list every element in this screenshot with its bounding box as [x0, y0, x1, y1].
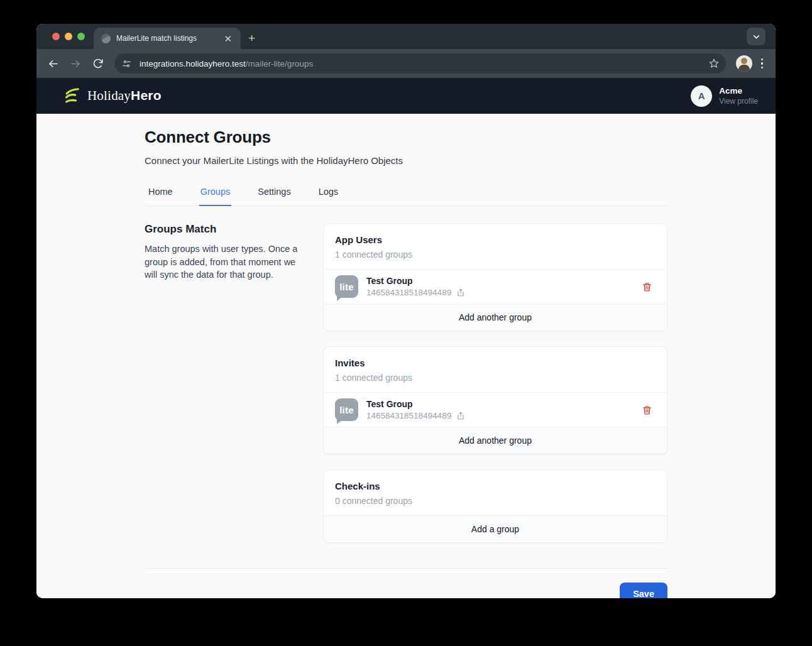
forward-button[interactable]	[65, 53, 85, 74]
page-tabs: Home Groups Settings Logs	[145, 182, 667, 206]
site-settings-button[interactable]	[118, 55, 134, 72]
tab-logs[interactable]: Logs	[317, 182, 339, 205]
section-description: Match groups with user types. Once a gro…	[145, 243, 304, 282]
tab-close-icon[interactable]: ✕	[221, 33, 234, 45]
share-icon[interactable]	[456, 288, 465, 297]
back-button[interactable]	[43, 53, 63, 74]
reload-button[interactable]	[88, 53, 108, 74]
trash-icon	[642, 405, 652, 415]
back-icon	[47, 58, 59, 70]
window-close-button[interactable]	[52, 33, 60, 40]
browser-toolbar: integrations.holidayhero.test/mailer-lit…	[36, 49, 776, 78]
add-group-button[interactable]: Add a group	[324, 515, 667, 542]
card-count: 1 connected groups	[335, 373, 656, 383]
tune-icon	[122, 59, 131, 68]
card-check-ins: Check-ins 0 connected groups Add a group	[323, 469, 667, 543]
browser-menu-button[interactable]	[757, 58, 767, 69]
card-count: 1 connected groups	[335, 249, 656, 260]
card-title: Invites	[335, 358, 656, 368]
url-text: integrations.holidayhero.test/mailer-lit…	[140, 59, 703, 68]
mailerlite-badge-icon: lite	[335, 275, 358, 298]
delete-group-button[interactable]	[638, 401, 656, 419]
card-header: Invites 1 connected groups	[324, 347, 667, 392]
browser-window: MailerLite match listings ✕ +	[36, 24, 776, 598]
trash-icon	[642, 282, 652, 292]
add-group-button[interactable]: Add another group	[324, 427, 667, 454]
view-profile-link[interactable]: View profile	[719, 97, 758, 106]
url-domain: integrations.holidayhero.test	[140, 59, 246, 68]
address-bar[interactable]: integrations.holidayhero.test/mailer-lit…	[114, 53, 726, 74]
app-header: HolidayHero A Acme View profile	[36, 78, 776, 114]
mailerlite-badge-icon: lite	[335, 398, 358, 421]
delete-group-button[interactable]	[638, 278, 656, 295]
holidayhero-logo-icon	[63, 86, 82, 106]
card-count: 0 connected groups	[335, 496, 656, 506]
card-header: App Users 1 connected groups	[324, 224, 667, 269]
card-title: Check-ins	[335, 481, 656, 491]
chevron-down-icon	[752, 33, 760, 41]
page-title: Connect Groups	[145, 128, 667, 147]
tab-favicon-icon	[101, 34, 111, 43]
window-controls	[36, 24, 94, 49]
group-id: 146584318518494489	[366, 411, 451, 420]
bookmark-star-icon[interactable]	[708, 58, 720, 69]
tab-home[interactable]: Home	[147, 182, 174, 205]
forward-icon	[70, 58, 82, 70]
group-id: 146584318518494489	[366, 288, 451, 297]
card-app-users: App Users 1 connected groups lite Test G…	[323, 223, 667, 331]
avatar: A	[691, 85, 712, 107]
brand-logo[interactable]: HolidayHero	[63, 86, 162, 106]
groups-match-panel: App Users 1 connected groups lite Test G…	[323, 223, 667, 558]
main-content: Connect Groups Connect your MailerLite L…	[36, 114, 776, 598]
card-invites: Invites 1 connected groups lite Test Gro…	[323, 346, 667, 454]
browser-tab[interactable]: MailerLite match listings ✕	[94, 28, 241, 49]
share-icon[interactable]	[456, 411, 465, 420]
desktop-background: MailerLite match listings ✕ +	[0, 0, 812, 646]
card-title: App Users	[335, 234, 656, 245]
tab-search-button[interactable]	[747, 28, 765, 45]
tab-groups[interactable]: Groups	[199, 182, 232, 206]
page-subtitle: Connect your MailerLite Listings with th…	[145, 155, 667, 166]
section-intro: Groups Match Match groups with user type…	[145, 223, 304, 558]
brand-name: HolidayHero	[87, 88, 162, 104]
group-name: Test Group	[366, 399, 465, 409]
group-name: Test Group	[366, 276, 465, 286]
profile-widget[interactable]: A Acme View profile	[691, 85, 758, 107]
reload-icon	[92, 58, 104, 69]
card-header: Check-ins 0 connected groups	[324, 470, 667, 515]
profile-name: Acme	[719, 86, 758, 96]
browser-profile-avatar[interactable]	[736, 55, 752, 72]
tab-title: MailerLite match listings	[116, 34, 216, 43]
url-path: /mailer-lite/groups	[246, 59, 313, 68]
connected-group-row: lite Test Group 146584318518494489	[324, 392, 667, 427]
add-group-button[interactable]: Add another group	[324, 304, 667, 331]
browser-tab-strip: MailerLite match listings ✕ +	[36, 24, 776, 49]
connected-group-row: lite Test Group 146584318518494489	[324, 269, 667, 304]
save-button[interactable]: Save	[620, 583, 667, 598]
window-minimize-button[interactable]	[65, 33, 72, 40]
window-zoom-button[interactable]	[77, 33, 85, 40]
tab-settings[interactable]: Settings	[256, 182, 292, 205]
section-title: Groups Match	[145, 223, 304, 236]
new-tab-button[interactable]: +	[241, 28, 263, 49]
